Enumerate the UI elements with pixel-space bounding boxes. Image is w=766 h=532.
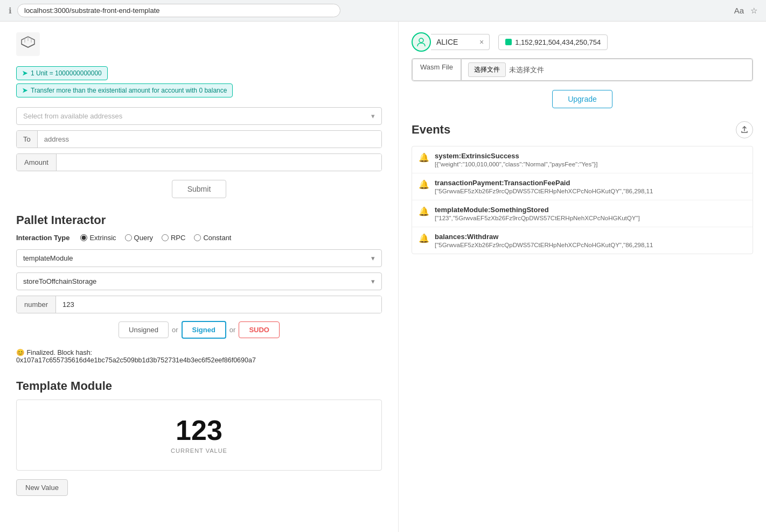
event-item-0: 🔔 system:ExtrinsicSuccess [{"weight":"10… bbox=[412, 146, 753, 173]
browser-bar: ℹ localhost:3000/substrate-front-end-tem… bbox=[0, 0, 766, 22]
user-avatar bbox=[412, 32, 431, 52]
user-close-button[interactable]: × bbox=[474, 34, 490, 50]
bell-icon-2: 🔔 bbox=[419, 206, 429, 216]
interaction-type-row: Interaction Type Extrinsic Query RPC Con… bbox=[16, 234, 382, 242]
amount-row: Amount bbox=[16, 153, 382, 171]
finalized-emoji: 😊 bbox=[16, 349, 26, 356]
template-module-section: Template Module 123 CURRENT VALUE New Va… bbox=[16, 379, 382, 496]
sudo-button[interactable]: SUDO bbox=[239, 321, 280, 338]
callable-chevron-icon: ▾ bbox=[371, 277, 375, 285]
arrow-icon: ➤ bbox=[22, 69, 27, 77]
event-content-0: system:ExtrinsicSuccess [{"weight":"100,… bbox=[435, 152, 597, 167]
browser-icons: Aa ☆ bbox=[734, 6, 757, 16]
header-top-right: ALICE × 1,152,921,504,434,250,754 bbox=[412, 32, 753, 52]
transfer-form: Select from available addresses ▾ To Amo… bbox=[16, 107, 382, 198]
pallet-interactor-title: Pallet Interactor bbox=[16, 213, 382, 227]
main-container: ➤ 1 Unit = 1000000000000 ➤ Transfer more… bbox=[0, 22, 766, 532]
events-title: Events bbox=[412, 123, 450, 137]
balance-dot-icon bbox=[505, 39, 512, 45]
wasm-section: Wasm File 选择文件 未选择文件 Upgrade bbox=[412, 58, 753, 108]
event-name-3: balances:Withdraw bbox=[435, 233, 653, 241]
value-box: 123 CURRENT VALUE bbox=[16, 400, 382, 471]
callable-dropdown[interactable]: storeToOffchainStorage ▾ bbox=[16, 272, 382, 290]
amount-input[interactable] bbox=[57, 154, 381, 171]
svg-rect-0 bbox=[16, 32, 40, 56]
user-section: ALICE × bbox=[412, 32, 490, 52]
radio-rpc[interactable]: RPC bbox=[162, 234, 185, 242]
event-name-2: templateModule:SomethingStored bbox=[435, 206, 640, 214]
reader-icon[interactable]: Aa bbox=[734, 6, 744, 16]
or-1: or bbox=[172, 326, 178, 334]
right-panel: ALICE × 1,152,921,504,434,250,754 Wasm F… bbox=[399, 22, 766, 532]
to-label: To bbox=[17, 131, 38, 148]
file-input-area: 选择文件 未选择文件 bbox=[461, 59, 753, 81]
wasm-input-row: Wasm File 选择文件 未选择文件 bbox=[412, 58, 753, 81]
arrow-icon-2: ➤ bbox=[22, 87, 27, 94]
url-bar[interactable]: localhost:3000/substrate-front-end-templ… bbox=[17, 4, 340, 17]
pallet-interactor-section: Pallet Interactor Interaction Type Extri… bbox=[16, 213, 382, 364]
event-data-1: ["5GrwvaEF5zXb26Fz9rcQpDWS57CtERHpNehXCP… bbox=[435, 188, 653, 194]
module-chevron-icon: ▾ bbox=[371, 254, 375, 262]
balance-badge: 1,152,921,504,434,250,754 bbox=[498, 34, 608, 50]
event-item-2: 🔔 templateModule:SomethingStored ["123",… bbox=[412, 200, 753, 227]
user-name: ALICE bbox=[431, 34, 474, 50]
bell-icon-3: 🔔 bbox=[419, 233, 429, 243]
chevron-down-icon: ▾ bbox=[371, 112, 375, 120]
sign-row: Unsigned or Signed or SUDO bbox=[16, 321, 382, 339]
file-placeholder: 未选择文件 bbox=[509, 65, 544, 75]
events-header: Events bbox=[412, 121, 753, 138]
event-content-1: transactionPayment:TransactionFeePaid ["… bbox=[435, 179, 653, 194]
event-name-0: system:ExtrinsicSuccess bbox=[435, 152, 597, 160]
logo bbox=[16, 32, 382, 66]
banner-existential: ➤ Transfer more than the existential amo… bbox=[16, 83, 233, 97]
bell-icon-1: 🔔 bbox=[419, 179, 429, 190]
number-row: number bbox=[16, 296, 382, 313]
to-input[interactable] bbox=[38, 131, 381, 148]
radio-constant[interactable]: Constant bbox=[194, 234, 231, 242]
template-module-title: Template Module bbox=[16, 379, 382, 393]
event-name-1: transactionPayment:TransactionFeePaid bbox=[435, 179, 653, 187]
event-item-3: 🔔 balances:Withdraw ["5GrwvaEF5zXb26Fz9r… bbox=[412, 227, 753, 254]
current-value-label: CURRENT VALUE bbox=[33, 447, 365, 454]
submit-button[interactable]: Submit bbox=[172, 180, 227, 198]
choose-file-button[interactable]: 选择文件 bbox=[468, 62, 506, 77]
module-dropdown[interactable]: templateModule ▾ bbox=[16, 249, 382, 267]
number-input[interactable] bbox=[56, 296, 381, 313]
event-content-3: balances:Withdraw ["5GrwvaEF5zXb26Fz9rcQ… bbox=[435, 233, 653, 248]
event-content-2: templateModule:SomethingStored ["123","5… bbox=[435, 206, 640, 221]
svg-point-1 bbox=[419, 38, 423, 43]
url-text: localhost:3000/substrate-front-end-templ… bbox=[24, 6, 159, 15]
address-select[interactable]: Select from available addresses ▾ bbox=[16, 107, 382, 125]
to-row: To bbox=[16, 130, 382, 148]
info-icon: ℹ bbox=[9, 6, 12, 16]
event-data-3: ["5GrwvaEF5zXb26Fz9rcQpDWS57CtERHpNehXCP… bbox=[435, 242, 653, 248]
new-value-button[interactable]: New Value bbox=[16, 479, 68, 496]
amount-label: Amount bbox=[17, 154, 57, 171]
number-label: number bbox=[17, 296, 56, 313]
event-item-1: 🔔 transactionPayment:TransactionFeePaid … bbox=[412, 173, 753, 200]
unsigned-button[interactable]: Unsigned bbox=[119, 321, 169, 338]
wasm-tab[interactable]: Wasm File bbox=[412, 59, 461, 81]
bookmark-icon[interactable]: ☆ bbox=[750, 6, 757, 16]
banner-unit: ➤ 1 Unit = 1000000000000 bbox=[16, 66, 108, 80]
signed-button[interactable]: Signed bbox=[182, 321, 226, 339]
events-section: Events 🔔 system:ExtrinsicSuccess [{"weig… bbox=[412, 121, 753, 254]
events-upload-button[interactable] bbox=[736, 121, 753, 138]
event-data-0: [{"weight":"100,010,000","class":"Normal… bbox=[435, 161, 597, 167]
or-2: or bbox=[229, 326, 236, 334]
balance-value: 1,152,921,504,434,250,754 bbox=[515, 38, 601, 46]
interaction-type-label: Interaction Type bbox=[16, 234, 69, 242]
bell-icon-0: 🔔 bbox=[419, 152, 429, 163]
upgrade-button[interactable]: Upgrade bbox=[552, 90, 612, 108]
radio-extrinsic[interactable]: Extrinsic bbox=[80, 234, 116, 242]
events-list: 🔔 system:ExtrinsicSuccess [{"weight":"10… bbox=[412, 146, 753, 254]
radio-query[interactable]: Query bbox=[125, 234, 153, 242]
event-data-2: ["123","5GrwvaEF5zXb26Fz9rcQpDWS57CtERHp… bbox=[435, 215, 640, 221]
finalized-block: 😊 Finalized. Block hash: 0x107a17c655735… bbox=[16, 348, 382, 364]
current-value-number: 123 bbox=[33, 416, 365, 444]
left-panel: ➤ 1 Unit = 1000000000000 ➤ Transfer more… bbox=[0, 22, 399, 532]
